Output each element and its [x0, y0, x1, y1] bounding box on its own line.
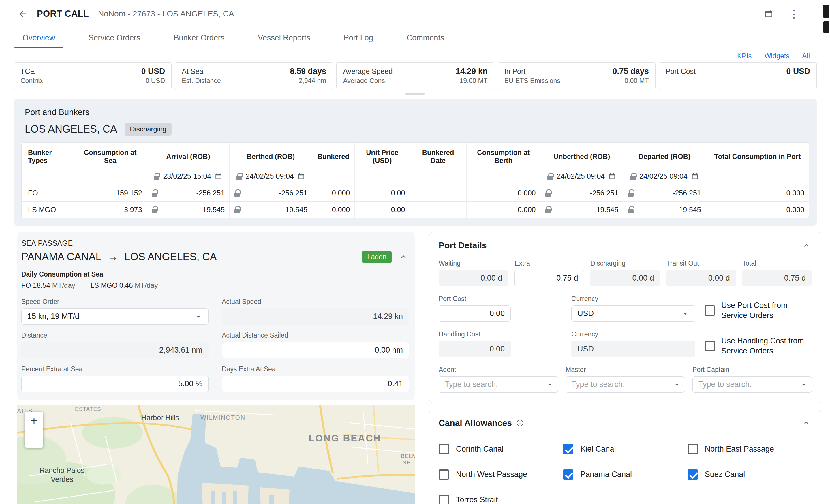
zoom-out-button[interactable]: −	[25, 430, 43, 448]
kpi-value: 0 USD	[787, 67, 810, 76]
torres-strait-checkbox[interactable]	[439, 495, 449, 504]
tab-comments[interactable]: Comments	[390, 28, 461, 48]
master-label: Master	[566, 366, 685, 374]
currency-label: Currency	[571, 295, 695, 303]
north-east-passage-checkbox[interactable]	[688, 444, 698, 455]
port-captain-search-input[interactable]	[693, 376, 812, 393]
canal-allowances-title: Canal Allowances	[439, 418, 512, 428]
cell-arrival-rob: -256.251	[147, 185, 229, 202]
kebab-menu-button[interactable]: ⋮	[787, 7, 801, 21]
col-bunker-types: Bunker Types	[22, 143, 73, 170]
use-handling-cost-checkbox[interactable]	[705, 341, 715, 351]
suez-canal-checkbox[interactable]	[688, 469, 698, 480]
cell-bunkered[interactable]: 0.000	[312, 202, 354, 218]
chevron-down-icon	[194, 312, 202, 321]
use-port-cost-checkbox[interactable]	[705, 305, 715, 316]
kpi-sub-label: EU ETS Emissions	[504, 77, 560, 85]
col-unit-price: Unit Price (USD)	[355, 143, 410, 170]
cell-bunkered[interactable]: 0.000	[312, 185, 354, 202]
section-title: Port and Bunkers	[25, 107, 809, 117]
cell-bunkered-date[interactable]	[410, 185, 467, 202]
cell-departed-rob: -19.545	[623, 202, 706, 218]
collapse-port-details-button[interactable]	[801, 240, 812, 251]
calendar-button[interactable]	[763, 7, 775, 20]
port-details-section: Port Details Waiting 0.00 d Extra 0.75 d…	[429, 232, 821, 403]
kiel-canal-checkbox[interactable]	[563, 444, 573, 455]
table-row-fo: FO 159.152 -256.251 -256.251 0.000 0.00 …	[22, 185, 809, 202]
col-consumption-at-sea: Consumption at Sea	[73, 143, 147, 170]
kpi-card-in-port: In Port0.75 days EU ETS Emissions0.00 MT	[498, 62, 656, 89]
corinth-canal-checkbox[interactable]	[439, 444, 449, 455]
tab-service-orders[interactable]: Service Orders	[72, 28, 157, 48]
cell-consumption-at-sea: 3.973	[73, 202, 147, 218]
port-cost-field[interactable]: 0.00	[439, 305, 511, 322]
canal-label: Suez Canal	[705, 469, 745, 479]
speed-order-select[interactable]: 15 kn, 19 MT/d	[21, 308, 209, 325]
total-field: 0.75 d	[742, 270, 812, 286]
arrival-date-picker[interactable]: 23/02/25 15:04	[150, 172, 227, 180]
calendar-icon	[764, 9, 773, 19]
canal-option-suez: Suez Canal	[688, 469, 812, 480]
canal-label: North West Passage	[456, 469, 527, 479]
lock-icon	[628, 190, 634, 197]
col-berthed-rob: Berthed (ROB)	[229, 143, 312, 170]
route-map[interactable]: + − ESTATES ATES Harbor Hills WILMINGTON…	[17, 405, 415, 504]
port-cost-currency-select[interactable]: USD	[571, 305, 695, 322]
map-zoom-control: + −	[25, 412, 43, 448]
tab-port-log[interactable]: Port Log	[327, 28, 390, 48]
calendar-icon[interactable]	[608, 172, 616, 180]
calendar-icon[interactable]	[215, 172, 222, 180]
berthed-date: 24/02/25 09:04	[246, 172, 294, 180]
cell-bunkered-date[interactable]	[410, 202, 467, 218]
chevron-down-icon	[681, 310, 689, 318]
departed-date-picker[interactable]: 24/02/25 09:04	[626, 172, 703, 180]
link-kpis[interactable]: KPIs	[737, 52, 752, 60]
lock-icon	[630, 173, 636, 180]
kpi-sub-value: 19.00 MT	[459, 77, 487, 85]
cell-unit-price[interactable]: 0.00	[355, 185, 410, 202]
panama-canal-checkbox[interactable]	[563, 469, 573, 480]
daily-fo-unit: MT/day	[52, 281, 75, 289]
berthed-date-picker[interactable]: 24/02/25 09:04	[232, 172, 309, 180]
master-search-input[interactable]	[566, 376, 685, 393]
days-extra-field[interactable]: 0.41	[222, 376, 409, 392]
kpi-sub-label: Average Cons.	[343, 77, 387, 85]
info-icon[interactable]	[516, 419, 524, 427]
use-port-cost-label: Use Port Cost from Service Orders	[721, 300, 812, 321]
back-button[interactable]	[16, 7, 29, 21]
canal-option-torres: Torres Strait	[439, 495, 563, 504]
collapse-sea-passage-button[interactable]	[398, 251, 409, 262]
extra-field[interactable]: 0.75 d	[514, 270, 584, 286]
tab-bar: Overview Service Orders Bunker Orders Ve…	[0, 28, 830, 48]
to-port: LOS ANGELES, CA	[124, 251, 217, 263]
port-and-bunkers-section: Port and Bunkers LOS ANGELES, CA Dischar…	[14, 99, 817, 226]
kpi-row: TCE0 USD Contrib.0 USD At Sea8.59 days E…	[0, 62, 830, 89]
tab-bunker-orders[interactable]: Bunker Orders	[157, 28, 242, 48]
kpi-drag-handle[interactable]	[406, 93, 424, 95]
total-label: Total	[742, 260, 812, 267]
lock-icon	[236, 173, 242, 180]
calendar-icon[interactable]	[297, 172, 305, 180]
discharging-label: Discharging	[590, 260, 660, 267]
agent-search-input[interactable]	[439, 376, 558, 393]
topbar: PORT CALL NoNom - 27673 - LOS ANGELES, C…	[0, 0, 830, 28]
collapse-canal-allowances-button[interactable]	[801, 417, 812, 429]
tab-overview[interactable]: Overview	[6, 28, 72, 48]
percent-extra-field[interactable]: 5.00 %	[21, 376, 209, 392]
cell-unberthed-rob: -19.545	[540, 202, 623, 218]
canal-label: Kiel Canal	[580, 444, 616, 454]
actual-distance-sailed-field[interactable]: 0.00 nm	[222, 342, 409, 359]
right-rail-icon-bottom[interactable]	[823, 21, 829, 33]
zoom-in-button[interactable]: +	[25, 412, 43, 430]
north-west-passage-checkbox[interactable]	[439, 469, 449, 480]
col-bunkered-date: Bunkered Date	[410, 143, 467, 170]
right-rail-icon-top[interactable]	[823, 5, 829, 18]
unberthed-date-picker[interactable]: 24/02/25 09:04	[543, 172, 620, 180]
link-widgets[interactable]: Widgets	[765, 52, 790, 60]
cell-unit-price[interactable]: 0.00	[355, 202, 410, 218]
tab-vessel-reports[interactable]: Vessel Reports	[241, 28, 327, 48]
calendar-icon[interactable]	[691, 172, 699, 180]
kpi-label: At Sea	[182, 67, 203, 75]
lock-icon	[628, 206, 634, 213]
link-all[interactable]: All	[802, 52, 810, 60]
